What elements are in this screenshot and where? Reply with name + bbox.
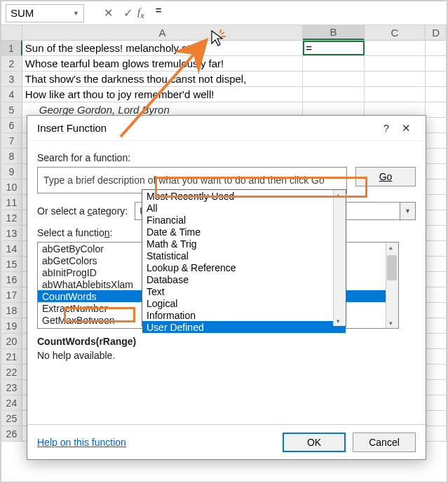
cell-C2[interactable] — [365, 56, 426, 71]
dropdown-option[interactable]: Logical — [142, 297, 346, 309]
row-header-20[interactable]: 20 — [1, 334, 22, 348]
cell-D3[interactable] — [426, 72, 447, 86]
dropdown-option[interactable]: Database — [142, 273, 346, 285]
insert-function-icon[interactable]: fx — [137, 6, 144, 20]
row-header-3[interactable]: 3 — [1, 72, 22, 86]
cell-D6[interactable] — [426, 118, 447, 132]
cell-D18[interactable] — [426, 303, 447, 318]
category-dropdown[interactable]: Most Recently UsedAllFinancialDate & Tim… — [142, 189, 346, 327]
row-header-18[interactable]: 18 — [1, 303, 22, 318]
cell-D8[interactable] — [426, 149, 447, 163]
cancel-icon[interactable]: ✕ — [98, 4, 118, 22]
cell-D5[interactable] — [426, 102, 447, 117]
row-header-14[interactable]: 14 — [1, 241, 22, 256]
row-header-15[interactable]: 15 — [1, 257, 22, 271]
cell-C1[interactable] — [365, 41, 426, 55]
dropdown-option[interactable]: Lookup & Reference — [142, 261, 346, 273]
row-header-16[interactable]: 16 — [1, 272, 22, 287]
dropdown-option[interactable]: All — [142, 202, 346, 214]
row-header-11[interactable]: 11 — [1, 195, 22, 210]
row-header-24[interactable]: 24 — [1, 395, 22, 410]
dropdown-option[interactable]: Statistical — [142, 250, 346, 261]
cell-A4[interactable]: How like art thou to joy remember'd well… — [22, 87, 303, 102]
go-button[interactable]: Go — [355, 167, 416, 186]
row-header-2[interactable]: 2 — [1, 56, 22, 71]
cell-D7[interactable] — [426, 133, 447, 148]
chevron-down-icon[interactable]: ▼ — [73, 10, 79, 17]
row-header-23[interactable]: 23 — [1, 380, 22, 395]
formula-input[interactable]: = — [151, 4, 447, 22]
cell-B1[interactable]: = — [303, 41, 364, 55]
row-header-21[interactable]: 21 — [1, 349, 22, 364]
cell-A1[interactable]: Sun of the sleepless! melancholy star! — [22, 41, 303, 55]
column-header-D[interactable]: D — [426, 25, 447, 40]
scrollbar[interactable] — [386, 243, 398, 328]
row-header-17[interactable]: 17 — [1, 287, 22, 302]
column-header-B[interactable]: B — [303, 25, 364, 40]
cell-D26[interactable] — [426, 426, 447, 441]
row-header-19[interactable]: 19 — [1, 318, 22, 333]
dropdown-option[interactable]: Text — [142, 285, 346, 297]
cell-D9[interactable] — [426, 164, 447, 179]
column-header-A[interactable]: A — [22, 25, 303, 40]
cell-D23[interactable] — [426, 380, 447, 395]
cell-D11[interactable] — [426, 195, 447, 210]
row-header-12[interactable]: 12 — [1, 210, 22, 225]
cell-B2[interactable] — [303, 56, 364, 71]
cell-A2[interactable]: Whose tearful beam glows tremulously far… — [22, 56, 303, 71]
help-link[interactable]: Help on this function — [37, 437, 126, 448]
cell-D4[interactable] — [426, 87, 447, 102]
search-label: Search for a function: — [37, 152, 416, 163]
row-header-4[interactable]: 4 — [1, 87, 22, 102]
cell-D2[interactable] — [426, 56, 447, 71]
column-header-C[interactable]: C — [365, 25, 426, 40]
cell-D17[interactable] — [426, 287, 447, 302]
row-header-22[interactable]: 22 — [1, 365, 22, 379]
cell-D1[interactable] — [426, 41, 447, 55]
dropdown-option[interactable]: Financial — [142, 214, 346, 226]
cell-B3[interactable] — [303, 72, 364, 86]
row-header-6[interactable]: 6 — [1, 118, 22, 132]
cell-D20[interactable] — [426, 334, 447, 348]
scrollbar[interactable] — [333, 190, 346, 326]
cell-D13[interactable] — [426, 226, 447, 240]
cell-C4[interactable] — [365, 87, 426, 102]
cell-D24[interactable] — [426, 395, 447, 410]
cell-A3[interactable]: That show's the darkness thou canst not … — [22, 72, 303, 86]
row-header-13[interactable]: 13 — [1, 226, 22, 240]
cell-B4[interactable] — [303, 87, 364, 102]
dropdown-option[interactable]: Math & Trig — [142, 238, 346, 250]
cell-D25[interactable] — [426, 411, 447, 426]
row-header-10[interactable]: 10 — [1, 179, 22, 194]
row-header-1[interactable]: 1 — [1, 41, 22, 55]
dropdown-option[interactable]: Information — [142, 309, 346, 321]
row-header-25[interactable]: 25 — [1, 411, 22, 426]
cancel-button[interactable]: Cancel — [353, 433, 416, 452]
help-icon[interactable]: ? — [376, 122, 396, 134]
cell-D21[interactable] — [426, 349, 447, 364]
chevron-down-icon[interactable]: ▼ — [400, 203, 415, 219]
cell-D15[interactable] — [426, 257, 447, 271]
close-icon[interactable]: ✕ — [396, 122, 416, 135]
cell-D14[interactable] — [426, 241, 447, 256]
cell-D22[interactable] — [426, 365, 447, 379]
cell-D19[interactable] — [426, 318, 447, 333]
row-header-7[interactable]: 7 — [1, 133, 22, 148]
no-help-text: No help available. — [37, 350, 416, 361]
dropdown-option[interactable]: Date & Time — [142, 226, 346, 238]
name-box[interactable]: SUM ▼ — [6, 4, 84, 22]
cell-C3[interactable] — [365, 72, 426, 86]
row-header-26[interactable]: 26 — [1, 426, 22, 441]
select-all-corner[interactable] — [1, 25, 22, 40]
cell-D10[interactable] — [426, 179, 447, 194]
ok-button[interactable]: OK — [283, 433, 346, 452]
enter-icon[interactable]: ✓ — [118, 4, 137, 22]
row-header-5[interactable]: 5 — [1, 102, 22, 117]
row-header-9[interactable]: 9 — [1, 164, 22, 179]
dropdown-option[interactable]: Most Recently Used — [142, 190, 346, 202]
dialog-title: Insert Function — [37, 122, 107, 134]
cell-D16[interactable] — [426, 272, 447, 287]
row-header-8[interactable]: 8 — [1, 149, 22, 163]
dropdown-option[interactable]: User Defined — [142, 321, 346, 333]
cell-D12[interactable] — [426, 210, 447, 225]
